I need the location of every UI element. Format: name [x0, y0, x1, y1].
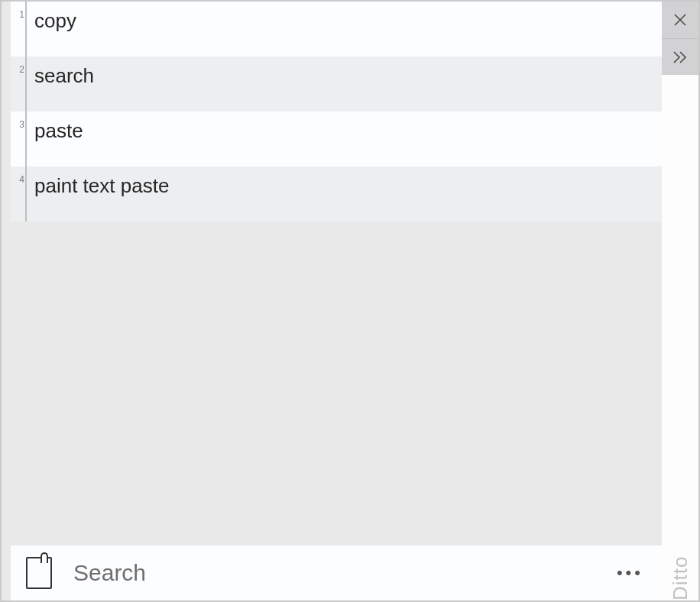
list-item[interactable]: 3 paste [11, 112, 662, 167]
chevron-double-right-icon [672, 50, 689, 65]
list-item[interactable]: 1 copy [11, 2, 662, 57]
list-item-index: 1 [11, 2, 24, 20]
left-gutter [2, 2, 11, 600]
search-input[interactable] [73, 560, 614, 586]
list-item-index: 2 [11, 57, 24, 75]
list-empty-area [11, 222, 662, 545]
clipboard-icon[interactable] [26, 557, 52, 589]
close-icon [672, 12, 688, 28]
list-item-index: 4 [11, 167, 24, 185]
list-item-text: paste [27, 112, 83, 143]
close-button[interactable] [662, 2, 698, 38]
list-item[interactable]: 4 paint text paste [11, 167, 662, 222]
list-item[interactable]: 2 search [11, 57, 662, 112]
list-item-text: search [27, 57, 94, 88]
expand-button[interactable] [662, 38, 698, 75]
list-item-text: copy [27, 2, 76, 33]
bottom-bar: ••• [11, 545, 662, 600]
more-icon[interactable]: ••• [614, 558, 647, 587]
right-toolbar: Ditto [662, 2, 698, 600]
list-item-index: 3 [11, 112, 24, 130]
tab-area[interactable]: Ditto [662, 75, 698, 600]
tab-label: Ditto [669, 89, 692, 600]
clipboard-list: 1 copy 2 search 3 paste 4 paint text pas… [11, 2, 662, 222]
main-panel: 1 copy 2 search 3 paste 4 paint text pas… [11, 2, 662, 600]
list-item-text: paint text paste [27, 167, 169, 198]
